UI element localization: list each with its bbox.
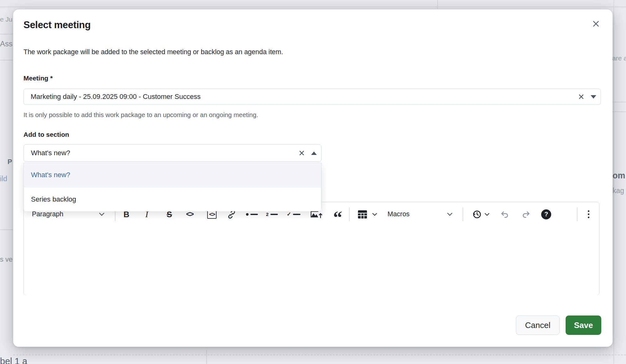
background-divider	[613, 102, 626, 102]
section-select-value: What's new?	[24, 149, 70, 157]
macros-label: Macros	[387, 210, 409, 218]
background-text: Ass	[0, 39, 13, 48]
toolbar-overflow-button[interactable]	[582, 206, 595, 223]
section-label: Add to section	[23, 131, 69, 138]
save-button[interactable]: Save	[566, 315, 601, 335]
redo-button[interactable]	[519, 206, 533, 223]
undo-icon	[500, 210, 510, 219]
clear-meeting-icon[interactable]	[578, 94, 584, 100]
toolbar-separator	[349, 208, 350, 221]
meeting-helper-text: It is only possible to add this work pac…	[23, 111, 258, 119]
background-divider	[437, 0, 438, 9]
background-text: s ve	[0, 255, 13, 264]
chevron-down-icon	[485, 213, 490, 216]
dropdown-option-whats-new[interactable]: What's new?	[24, 163, 321, 187]
screen: e Ju Ass P ild s ve are a om kag bel 1 a…	[0, 0, 626, 364]
option-label: Series backlog	[31, 195, 76, 203]
chevron-down-icon	[447, 213, 453, 216]
todo-list-icon: ✓	[287, 211, 300, 218]
meeting-select[interactable]: Marketing daily - 25.09.2025 09:00 - Cus…	[23, 89, 601, 105]
toolbar-separator	[463, 208, 463, 221]
dropdown-option-series-backlog[interactable]: Series backlog	[24, 187, 321, 211]
dialog-title: Select meeting	[23, 19, 91, 31]
chevron-down-icon	[372, 213, 377, 216]
background-text: bel 1 a	[0, 356, 27, 364]
dialog-description: The work package will be added to the se…	[23, 48, 283, 56]
close-button[interactable]	[589, 17, 603, 31]
option-label: What's new?	[31, 171, 70, 179]
select-meeting-dialog: Select meeting The work package will be …	[13, 9, 613, 347]
background-divider	[613, 111, 626, 112]
undo-button[interactable]	[498, 206, 512, 223]
redo-icon	[521, 210, 531, 219]
block-quote-icon: “	[333, 214, 342, 221]
background-divider	[13, 355, 626, 355]
block-quote-button[interactable]: “	[331, 206, 344, 223]
bold-icon: B	[124, 210, 130, 218]
close-icon	[592, 20, 600, 28]
chevron-up-icon[interactable]	[311, 151, 317, 155]
background-divider	[0, 7, 626, 7]
meeting-label: Meeting *	[23, 74, 53, 82]
background-link: ild	[0, 175, 7, 183]
paragraph-style-label: Paragraph	[32, 210, 63, 218]
revision-history-button[interactable]	[469, 206, 493, 223]
section-dropdown-panel: What's new? Series backlog	[23, 163, 321, 211]
toolbar-separator	[577, 208, 577, 221]
editor-text-area[interactable]	[24, 226, 599, 295]
background-text: P	[8, 158, 12, 166]
insert-table-icon	[357, 210, 368, 219]
editor-help-button[interactable]: ?	[539, 206, 553, 223]
strikethrough-icon: S	[167, 210, 172, 218]
background-divider	[0, 34, 13, 34]
bulleted-list-icon	[246, 213, 258, 216]
chevron-down-icon	[99, 213, 105, 216]
background-text: are a	[612, 54, 626, 62]
insert-table-button[interactable]	[355, 206, 370, 223]
rich-text-editor: Paragraph B I S <>	[23, 202, 599, 295]
background-divider	[0, 60, 13, 60]
background-text: om	[613, 171, 625, 181]
cancel-button[interactable]: Cancel	[516, 315, 560, 335]
numbered-list-icon: 2	[266, 212, 278, 217]
background-divider	[206, 350, 207, 364]
table-dropdown-button[interactable]	[370, 206, 379, 223]
kebab-menu-icon	[588, 210, 589, 218]
macros-dropdown[interactable]: Macros	[384, 206, 456, 223]
help-icon: ?	[541, 209, 551, 219]
inline-code-icon: <>	[186, 211, 193, 218]
background-divider	[0, 229, 13, 230]
meeting-select-value: Marketing daily - 25.09.2025 09:00 - Cus…	[24, 93, 201, 101]
background-table-header	[0, 0, 626, 9]
clear-section-icon[interactable]	[299, 150, 305, 156]
history-icon	[472, 209, 482, 219]
background-text: kag	[613, 187, 624, 195]
chevron-down-icon[interactable]	[591, 95, 596, 99]
section-select[interactable]: What's new?	[23, 144, 321, 162]
background-text: e Ju	[0, 16, 13, 23]
